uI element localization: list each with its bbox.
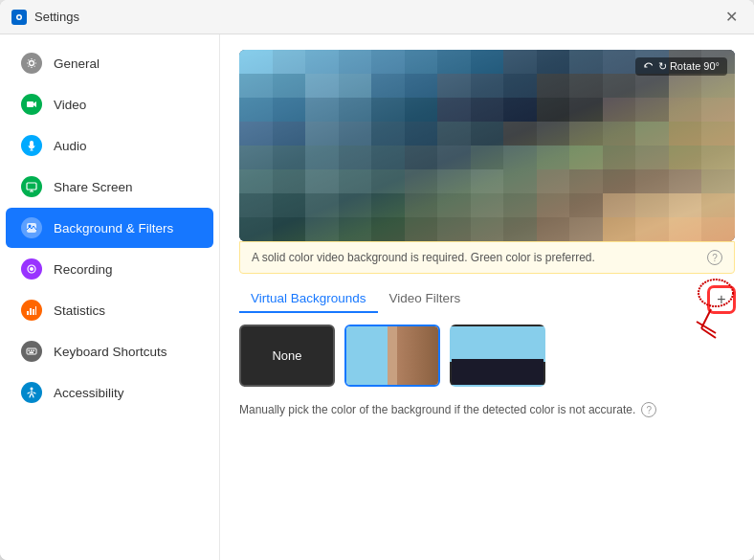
manual-pick-help-icon[interactable]: ? <box>641 402 656 417</box>
warning-help-icon[interactable]: ? <box>707 250 722 265</box>
video-label: Video <box>54 98 86 112</box>
svg-rect-10 <box>27 311 29 315</box>
content-area: General Video <box>0 34 754 560</box>
sidebar-item-background[interactable]: Background & Filters <box>6 208 213 248</box>
tabs-annotation-area: Virtual Backgrounds Video Filters + <box>239 285 735 313</box>
svg-point-3 <box>30 61 34 66</box>
svg-rect-15 <box>29 350 31 352</box>
general-label: General <box>54 56 100 71</box>
sidebar-item-audio[interactable]: Audio <box>6 125 213 166</box>
rotate-label: ↻ Rotate 90° <box>658 60 720 73</box>
statistics-icon <box>21 300 42 321</box>
manual-pick-text: Manually pick the color of the backgroun… <box>239 403 635 416</box>
recording-label: Recording <box>54 262 113 277</box>
video-icon <box>21 94 42 115</box>
settings-app-icon <box>11 10 27 25</box>
sidebar-item-statistics[interactable]: Statistics <box>6 290 213 330</box>
svg-rect-18 <box>30 352 34 354</box>
tab-video-filters[interactable]: Video Filters <box>378 285 473 313</box>
svg-rect-16 <box>31 350 33 352</box>
tabs-list: Virtual Backgrounds Video Filters <box>239 285 472 313</box>
settings-window: Settings ✕ General <box>0 0 754 560</box>
warning-bar: A solid color video background is requir… <box>239 241 735 274</box>
accessibility-icon <box>21 382 42 403</box>
audio-icon <box>21 135 42 156</box>
tab-virtual-backgrounds[interactable]: Virtual Backgrounds <box>239 285 378 313</box>
sidebar-item-sharescreen[interactable]: Share Screen <box>6 167 213 207</box>
tabs-row: Virtual Backgrounds Video Filters + <box>239 285 735 313</box>
svg-rect-5 <box>27 183 36 190</box>
svg-rect-17 <box>33 350 35 352</box>
sidebar-item-video[interactable]: Video <box>6 84 213 124</box>
bg-option-none[interactable]: None <box>239 325 335 387</box>
manual-pick-section: Manually pick the color of the backgroun… <box>239 402 735 417</box>
audio-label: Audio <box>54 139 87 153</box>
svg-rect-13 <box>35 306 36 315</box>
background-label: Background & Filters <box>54 221 173 235</box>
keyboard-label: Keyboard Shortcuts <box>54 345 167 359</box>
statistics-label: Statistics <box>54 303 105 318</box>
svg-rect-11 <box>30 308 32 315</box>
rotate-button[interactable]: ↻ Rotate 90° <box>635 57 727 76</box>
svg-point-2 <box>18 15 21 18</box>
video-preview: ↻ Rotate 90° <box>239 50 735 241</box>
title-bar: Settings ✕ <box>0 0 754 34</box>
sharescreen-label: Share Screen <box>54 180 133 194</box>
title-bar-left: Settings <box>11 10 79 25</box>
accessibility-label: Accessibility <box>54 386 124 400</box>
bg-option-2[interactable] <box>450 325 545 387</box>
keyboard-icon <box>21 341 42 362</box>
recording-icon <box>21 258 42 280</box>
sidebar-item-general[interactable]: General <box>6 43 213 83</box>
main-panel: ↻ Rotate 90° A solid color video backgro… <box>220 34 754 560</box>
rotate-icon <box>643 61 654 73</box>
close-button[interactable]: ✕ <box>720 6 743 29</box>
add-background-button[interactable]: + <box>708 286 735 313</box>
background-icon <box>21 217 42 238</box>
sharescreen-icon <box>21 176 42 197</box>
general-icon <box>21 53 42 74</box>
svg-rect-4 <box>27 101 33 107</box>
sidebar: General Video <box>0 34 220 560</box>
bg-option-1[interactable] <box>344 325 440 387</box>
sidebar-item-recording[interactable]: Recording <box>6 249 213 289</box>
svg-rect-12 <box>33 309 34 315</box>
sidebar-item-keyboard[interactable]: Keyboard Shortcuts <box>6 331 213 371</box>
background-options: None <box>239 325 735 387</box>
svg-point-19 <box>31 388 33 391</box>
warning-text: A solid color video background is requir… <box>252 251 595 264</box>
sidebar-item-accessibility[interactable]: Accessibility <box>6 372 213 413</box>
svg-point-9 <box>30 267 33 271</box>
window-title: Settings <box>34 10 79 24</box>
